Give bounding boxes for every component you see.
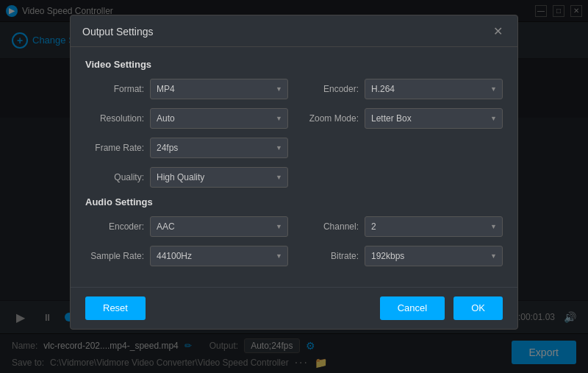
bitrate-label: Bitrate: (300, 251, 359, 261)
quality-group: Quality: High Quality (85, 167, 288, 188)
encoder-select-wrapper: H.264 (365, 79, 503, 99)
cancel-button[interactable]: Cancel (380, 296, 445, 320)
resolution-group: Resolution: Auto (85, 108, 288, 129)
zoom-mode-select[interactable]: Letter Box (365, 108, 503, 129)
audio-encoder-select-wrapper: AAC (150, 216, 288, 237)
quality-select[interactable]: High Quality (150, 167, 288, 188)
format-label: Format: (85, 84, 144, 94)
channel-label: Channel: (300, 221, 359, 232)
sample-rate-bitrate-row: Sample Rate: 44100Hz Bitrate: 192kbps (85, 246, 503, 266)
encoder-label: Encoder: (300, 84, 359, 94)
format-encoder-row: Format: MP4 Encoder: H.264 (85, 79, 503, 99)
resolution-select-wrapper: Auto (150, 108, 288, 129)
zoom-mode-group: Zoom Mode: Letter Box (300, 108, 503, 129)
zoom-mode-label: Zoom Mode: (300, 113, 359, 124)
modal-header: Output Settings ✕ (71, 15, 517, 47)
modal-close-button[interactable]: ✕ (490, 24, 506, 39)
frame-rate-select-wrapper: 24fps (150, 138, 288, 158)
resolution-label: Resolution: (85, 113, 144, 124)
bitrate-group: Bitrate: 192kbps (300, 246, 503, 266)
format-group: Format: MP4 (85, 79, 288, 99)
audio-encoder-group: Encoder: AAC (85, 216, 288, 237)
bitrate-select[interactable]: 192kbps (365, 246, 503, 266)
format-select-wrapper: MP4 (150, 79, 288, 99)
zoom-mode-select-wrapper: Letter Box (365, 108, 503, 129)
video-section-label: Video Settings (85, 59, 503, 70)
modal-footer-right: Cancel OK (380, 296, 503, 320)
quality-row: Quality: High Quality (85, 167, 503, 188)
bitrate-select-wrapper: 192kbps (365, 246, 503, 266)
ok-button[interactable]: OK (453, 296, 503, 320)
modal-overlay: Output Settings ✕ Video Settings Format:… (0, 0, 588, 373)
quality-select-wrapper: High Quality (150, 167, 288, 188)
resolution-select[interactable]: Auto (150, 108, 288, 129)
output-settings-modal: Output Settings ✕ Video Settings Format:… (70, 15, 518, 330)
audio-encoder-select[interactable]: AAC (150, 216, 288, 237)
modal-title: Output Settings (82, 26, 154, 38)
resolution-zoom-row: Resolution: Auto Zoom Mode: Letter Box (85, 108, 503, 129)
channel-select[interactable]: 2 (365, 216, 503, 237)
channel-select-wrapper: 2 (365, 216, 503, 237)
audio-encoder-label: Encoder: (85, 221, 144, 232)
modal-body: Video Settings Format: MP4 Encoder: H. (71, 47, 517, 287)
format-select[interactable]: MP4 (150, 79, 288, 99)
sample-rate-label: Sample Rate: (85, 251, 144, 261)
sample-rate-group: Sample Rate: 44100Hz (85, 246, 288, 266)
modal-footer: Reset Cancel OK (71, 287, 517, 329)
reset-button[interactable]: Reset (85, 296, 146, 320)
frame-rate-group: Frame Rate: 24fps (85, 138, 288, 158)
encoder-group: Encoder: H.264 (300, 79, 503, 99)
frame-rate-select[interactable]: 24fps (150, 138, 288, 158)
frame-rate-row: Frame Rate: 24fps (85, 138, 503, 158)
frame-rate-label: Frame Rate: (85, 143, 144, 153)
sample-rate-select-wrapper: 44100Hz (150, 246, 288, 266)
quality-label: Quality: (85, 172, 144, 182)
audio-encoder-channel-row: Encoder: AAC Channel: 2 (85, 216, 503, 237)
encoder-select[interactable]: H.264 (365, 79, 503, 99)
sample-rate-select[interactable]: 44100Hz (150, 246, 288, 266)
channel-group: Channel: 2 (300, 216, 503, 237)
audio-section-label: Audio Settings (85, 196, 503, 207)
